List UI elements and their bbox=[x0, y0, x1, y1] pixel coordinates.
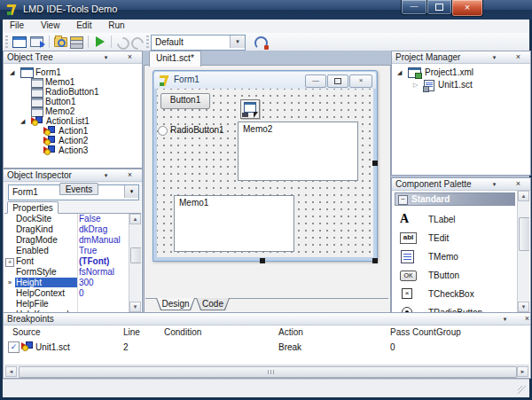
designed-memo1[interactable]: Memo1 bbox=[174, 195, 294, 252]
resize-handle-bottom[interactable] bbox=[260, 258, 265, 263]
menu-edit[interactable]: Edit bbox=[69, 20, 98, 33]
designed-actionlist-glyph[interactable] bbox=[240, 99, 260, 119]
palette-item-tradiobutton[interactable]: TRadioButton bbox=[393, 303, 515, 312]
scroll-right-icon[interactable]: ► bbox=[517, 366, 528, 377]
palette-item-tmemo[interactable]: TMemo bbox=[393, 247, 515, 266]
designed-button1[interactable]: Button1 bbox=[160, 93, 210, 109]
action-icon bbox=[43, 126, 55, 136]
scrollbar-thumb[interactable] bbox=[19, 366, 517, 378]
category-standard[interactable]: − Standard bbox=[395, 192, 515, 206]
designed-radiobutton1[interactable]: RadioButton1 bbox=[158, 125, 238, 136]
object-inspector-body: Form1 TForm ▾ Properties Events DockSite… bbox=[4, 182, 141, 312]
form-minimize-button[interactable]: — bbox=[305, 75, 326, 88]
palette-item-tlabel[interactable]: A TLabel bbox=[393, 210, 515, 229]
col-group[interactable]: Group bbox=[436, 327, 461, 337]
breakpoint-row[interactable]: ✓ Unit1.sct 2 Break 0 bbox=[4, 341, 529, 353]
toolbar-gripper[interactable] bbox=[5, 35, 8, 48]
close-icon[interactable]: × bbox=[125, 52, 135, 62]
new-form-button[interactable] bbox=[12, 35, 27, 49]
chevron-down-icon[interactable]: ▾ bbox=[489, 179, 499, 189]
palette-item-tedit[interactable]: abI TEdit bbox=[393, 229, 515, 247]
toolbar-separator bbox=[88, 35, 89, 48]
close-icon[interactable]: × bbox=[513, 52, 523, 62]
palette-scrollbar[interactable]: ▲ ▼ bbox=[517, 191, 529, 312]
expand-icon[interactable]: ◢ bbox=[10, 67, 14, 77]
close-icon[interactable]: × bbox=[513, 179, 523, 189]
tedit-icon: abI bbox=[400, 232, 417, 244]
scroll-up-icon[interactable]: ▲ bbox=[129, 214, 141, 224]
scroll-up-icon[interactable]: ▲ bbox=[518, 191, 529, 201]
close-icon[interactable]: × bbox=[125, 170, 135, 180]
title-bar[interactable]: LMD IDE-Tools Demo — × bbox=[0, 0, 532, 20]
scroll-down-icon[interactable]: ▼ bbox=[518, 302, 529, 312]
col-action[interactable]: Action bbox=[278, 327, 303, 337]
component-palette-header[interactable]: Component Palette ▾ × bbox=[392, 178, 530, 191]
breakpoints-hscrollbar[interactable]: ◄ ► bbox=[4, 365, 529, 378]
palette-item-tbutton[interactable]: OK TButton bbox=[393, 266, 515, 285]
maximize-button[interactable] bbox=[426, 0, 452, 15]
designed-form[interactable]: Form1 — × Button1 RadioButton1 bbox=[153, 70, 378, 262]
profile-selector[interactable]: Default ▾ bbox=[151, 35, 246, 51]
col-line[interactable]: Line bbox=[123, 327, 140, 337]
resize-grip[interactable] bbox=[518, 386, 527, 395]
tab-events[interactable]: Events bbox=[59, 183, 98, 195]
designed-form-client[interactable]: Button1 RadioButton1 Memo2 Memo1 bbox=[157, 89, 373, 257]
expand-icon[interactable]: ◢ bbox=[397, 67, 402, 77]
form-maximize-button[interactable] bbox=[327, 75, 348, 88]
scrollbar-thumb[interactable] bbox=[130, 247, 141, 263]
panel-title: Project Manager bbox=[395, 52, 460, 62]
property-grid-scrollbar[interactable]: ▲ ▼ bbox=[129, 214, 141, 312]
tab-properties[interactable]: Properties bbox=[7, 201, 59, 214]
breakpoint-source: Unit1.sct bbox=[35, 342, 70, 352]
project-icon bbox=[408, 67, 421, 78]
form-close-button[interactable]: × bbox=[349, 75, 372, 88]
close-button[interactable]: × bbox=[451, 0, 483, 17]
collapse-minus-icon[interactable]: − bbox=[398, 195, 408, 205]
tab-design[interactable]: Design bbox=[156, 298, 195, 310]
configure-profiles-button[interactable] bbox=[253, 35, 269, 49]
tab-unit1[interactable]: Unit1.sct* bbox=[149, 51, 201, 67]
action-icon bbox=[43, 136, 55, 145]
tlabel-icon: A bbox=[400, 212, 416, 226]
toolbar-gripper[interactable] bbox=[146, 35, 149, 48]
menu-run[interactable]: Run bbox=[101, 20, 131, 33]
expand-plus-icon[interactable]: + bbox=[5, 258, 14, 267]
resize-handle-right[interactable] bbox=[372, 161, 378, 166]
save-all-button[interactable] bbox=[69, 35, 85, 49]
app-logo-icon bbox=[6, 4, 19, 16]
menu-view[interactable]: View bbox=[34, 20, 67, 33]
minimize-button[interactable]: — bbox=[401, 0, 427, 15]
run-button[interactable] bbox=[92, 35, 108, 49]
menu-file[interactable]: File bbox=[3, 20, 31, 33]
designed-form-titlebar[interactable]: Form1 — × bbox=[154, 72, 376, 89]
expand-icon[interactable]: ▷ bbox=[413, 80, 418, 90]
col-condition[interactable]: Condition bbox=[164, 327, 201, 337]
project-manager-header[interactable]: Project Manager ▾ × bbox=[392, 51, 530, 64]
chevron-down-icon[interactable]: ▾ bbox=[101, 52, 111, 62]
expand-icon[interactable]: ◢ bbox=[20, 116, 25, 126]
designer-surface[interactable]: Form1 — × Button1 RadioButton1 bbox=[144, 65, 391, 314]
resize-handle-corner[interactable] bbox=[372, 258, 378, 263]
breakpoints-header[interactable]: Breakpoints ▾ × bbox=[4, 313, 530, 325]
view-windows-button[interactable] bbox=[29, 35, 45, 49]
scroll-left-icon[interactable]: ◄ bbox=[5, 366, 17, 377]
chevron-down-icon[interactable]: ▾ bbox=[489, 52, 499, 62]
chevron-down-icon[interactable]: ▾ bbox=[500, 314, 510, 324]
object-inspector-header[interactable]: Object Inspector ▾ × bbox=[4, 169, 142, 182]
chevron-down-icon[interactable]: ▾ bbox=[101, 170, 111, 180]
chevron-down-icon[interactable]: ▾ bbox=[230, 35, 245, 48]
unit-file-icon bbox=[424, 80, 434, 91]
breakpoints-panel: Breakpoints ▾ × Source Line Condition Ac… bbox=[3, 312, 531, 379]
designed-memo2[interactable]: Memo2 bbox=[238, 122, 358, 181]
palette-item-tcheckbox[interactable]: × TCheckBox bbox=[393, 285, 515, 303]
scrollbar-thumb[interactable] bbox=[519, 217, 529, 251]
open-button[interactable] bbox=[53, 35, 69, 49]
scroll-down-icon[interactable]: ▼ bbox=[129, 302, 141, 312]
breakpoint-checkbox[interactable]: ✓ bbox=[8, 341, 20, 353]
object-tree-header[interactable]: Object Tree ▾ × bbox=[4, 51, 142, 64]
chevron-down-icon[interactable]: ▾ bbox=[124, 185, 138, 198]
col-pass-count[interactable]: Pass Count bbox=[390, 327, 436, 337]
tab-code[interactable]: Code bbox=[196, 298, 230, 310]
close-icon[interactable]: × bbox=[522, 314, 532, 324]
col-source[interactable]: Source bbox=[12, 327, 41, 337]
